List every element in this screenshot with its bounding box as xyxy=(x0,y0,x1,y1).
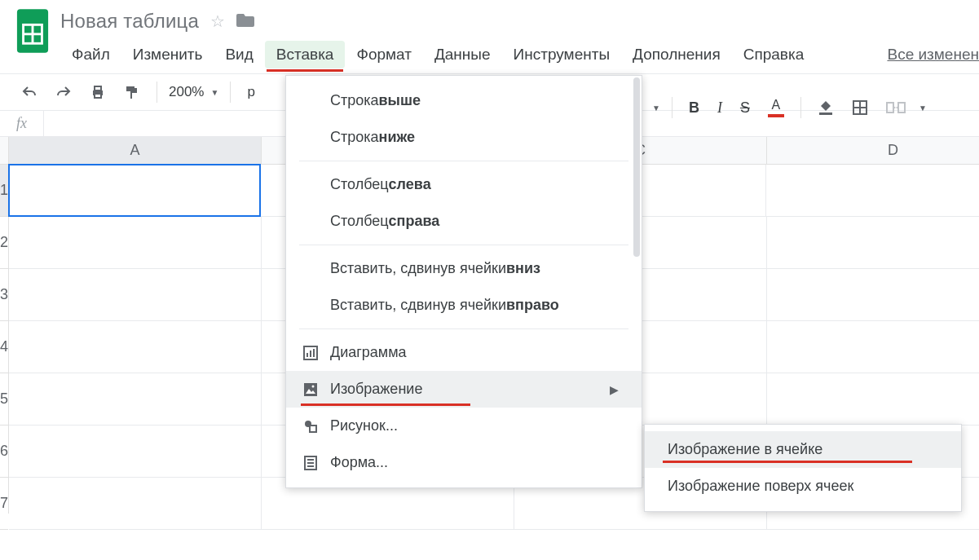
menu-label-bold: вниз xyxy=(506,260,540,277)
insert-col-right[interactable]: Столбец справа xyxy=(286,203,642,240)
title-area: Новая таблица ☆ Файл Изменить Вид Вставк… xyxy=(52,7,979,68)
insert-row-below[interactable]: Строка ниже xyxy=(286,119,642,156)
fill-color-button[interactable] xyxy=(813,96,839,119)
currency-button[interactable]: р xyxy=(242,84,259,100)
row-header-7[interactable]: 7 xyxy=(0,478,8,530)
chevron-down-icon[interactable]: ▼ xyxy=(919,104,927,112)
insert-chart[interactable]: Диаграмма xyxy=(286,334,642,371)
menu-label: Изображение xyxy=(330,381,422,398)
cell[interactable] xyxy=(9,478,262,530)
menu-edit[interactable]: Изменить xyxy=(121,41,214,68)
menu-data[interactable]: Данные xyxy=(423,41,502,68)
menu-label: Рисунок... xyxy=(330,417,398,434)
svg-rect-18 xyxy=(304,383,317,396)
bold-button[interactable]: B xyxy=(684,96,704,120)
chevron-down-icon: ▼ xyxy=(210,88,218,97)
toolbar-separator xyxy=(157,82,157,103)
insert-cells-shift-down[interactable]: Вставить, сдвинув ячейки вниз xyxy=(286,250,642,287)
menu-divider xyxy=(299,329,628,329)
menu-tools[interactable]: Инструменты xyxy=(502,41,621,68)
menu-label: Вставить, сдвинув ячейки xyxy=(330,297,506,314)
insert-drawing[interactable]: Рисунок... xyxy=(286,408,642,444)
borders-button[interactable] xyxy=(847,96,873,119)
image-in-cell[interactable]: Изображение в ячейке xyxy=(645,431,961,468)
undo-button[interactable] xyxy=(16,81,42,104)
image-over-cells[interactable]: Изображение поверх ячеек xyxy=(645,468,961,505)
cell[interactable] xyxy=(766,165,979,217)
insert-col-left[interactable]: Столбец слева xyxy=(286,166,642,203)
insert-form[interactable]: Форма... xyxy=(286,444,642,481)
sheets-logo[interactable] xyxy=(13,7,52,55)
menu-label-bold: выше xyxy=(379,92,421,109)
menu-label: Столбец xyxy=(330,213,389,230)
document-title[interactable]: Новая таблица xyxy=(60,10,199,33)
cell[interactable] xyxy=(9,426,262,478)
menu-view[interactable]: Вид xyxy=(214,41,264,68)
toolbar-separator xyxy=(800,97,801,118)
insert-menu-dropdown: Строка выше Строка ниже Столбец слева Ст… xyxy=(285,75,642,488)
paint-format-button[interactable] xyxy=(119,81,145,104)
image-submenu: Изображение в ячейке Изображение поверх … xyxy=(644,424,962,512)
svg-rect-17 xyxy=(313,349,315,357)
row-header-6[interactable]: 6 xyxy=(0,426,8,478)
insert-row-above[interactable]: Строка выше xyxy=(286,82,642,119)
cell[interactable] xyxy=(9,269,262,321)
menu-label: Столбец xyxy=(330,176,389,193)
svg-rect-15 xyxy=(306,353,308,357)
menu-divider xyxy=(299,245,628,245)
row-header-1[interactable]: 1 xyxy=(0,165,8,217)
svg-rect-22 xyxy=(310,426,316,432)
svg-rect-6 xyxy=(95,94,101,98)
text-color-button[interactable]: A xyxy=(763,95,789,121)
toolbar-separator xyxy=(230,82,231,103)
folder-icon[interactable] xyxy=(236,12,254,31)
menu-label-bold: слева xyxy=(389,176,431,193)
menu-addons[interactable]: Дополнения xyxy=(621,41,732,68)
save-status[interactable]: Все изменен xyxy=(882,41,979,68)
menu-label-bold: ниже xyxy=(379,129,415,146)
row-header-2[interactable]: 2 xyxy=(0,217,8,269)
insert-image[interactable]: Изображение ▶ xyxy=(286,371,642,408)
col-header-d[interactable]: D xyxy=(767,137,979,164)
chart-icon xyxy=(302,345,319,361)
menu-insert[interactable]: Вставка xyxy=(265,41,346,68)
fx-label: fx xyxy=(0,115,43,132)
zoom-value: 200% xyxy=(169,84,204,100)
cell[interactable] xyxy=(767,321,979,373)
menubar: Файл Изменить Вид Вставка Формат Данные … xyxy=(60,33,979,68)
italic-button[interactable]: I xyxy=(712,96,727,120)
cell[interactable] xyxy=(9,373,262,426)
select-all-corner[interactable] xyxy=(0,137,8,165)
row-header-4[interactable]: 4 xyxy=(0,321,8,373)
cell[interactable] xyxy=(767,217,979,269)
row-header-3[interactable]: 3 xyxy=(0,269,8,321)
col-header-a[interactable]: A xyxy=(9,137,262,164)
app-header: Новая таблица ☆ Файл Изменить Вид Вставк… xyxy=(0,0,979,68)
menu-label: Форма... xyxy=(330,454,388,471)
chevron-down-icon[interactable]: ▼ xyxy=(652,104,660,112)
cell[interactable] xyxy=(767,373,979,426)
cell-a1[interactable] xyxy=(8,164,261,217)
insert-cells-shift-right[interactable]: Вставить, сдвинув ячейки вправо xyxy=(286,287,642,324)
cell[interactable] xyxy=(9,321,262,373)
svg-rect-13 xyxy=(898,103,905,112)
svg-rect-7 xyxy=(126,86,135,91)
menu-label-bold: вправо xyxy=(506,297,559,314)
menu-label: Строка xyxy=(330,129,379,146)
menu-help[interactable]: Справка xyxy=(732,41,816,68)
cell[interactable] xyxy=(767,269,979,321)
menu-format[interactable]: Формат xyxy=(345,41,423,68)
menu-label: Диаграмма xyxy=(330,344,407,361)
svg-rect-5 xyxy=(95,86,101,90)
star-icon[interactable]: ☆ xyxy=(210,11,225,31)
menu-file[interactable]: Файл xyxy=(60,41,121,68)
print-button[interactable] xyxy=(85,81,111,104)
image-icon xyxy=(302,381,319,398)
strikethrough-button[interactable]: S xyxy=(735,96,755,120)
zoom-selector[interactable]: 200% ▼ xyxy=(169,84,218,100)
row-header-5[interactable]: 5 xyxy=(0,373,8,426)
merge-cells-button[interactable] xyxy=(881,96,911,119)
cell[interactable] xyxy=(9,217,262,269)
redo-button[interactable] xyxy=(51,81,77,104)
menu-label: Строка xyxy=(330,92,379,109)
